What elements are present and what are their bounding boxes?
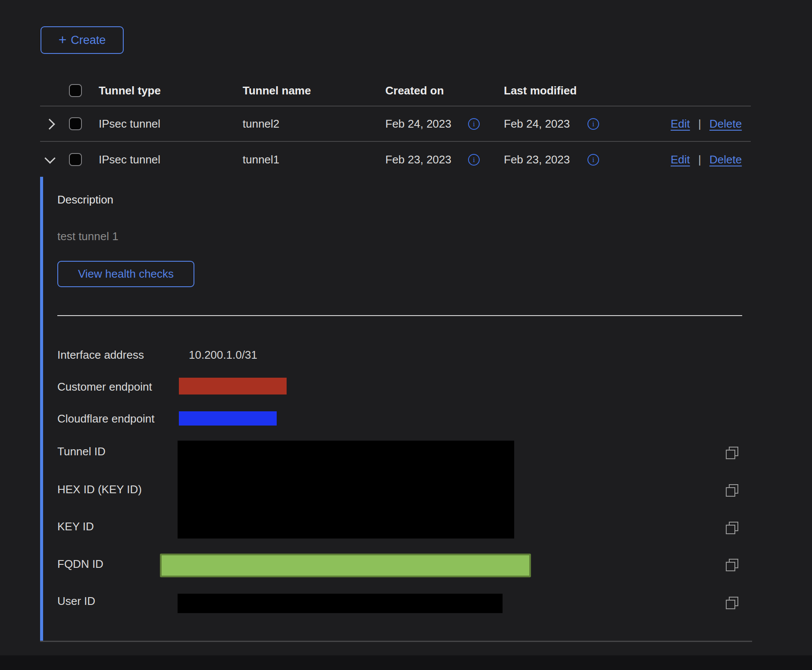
info-icon[interactable]: i <box>587 118 599 130</box>
view-health-checks-button[interactable]: View health checks <box>57 261 194 287</box>
expanded-row-accent-rail <box>40 177 43 641</box>
copy-icon-front-square <box>726 600 735 609</box>
detail-divider <box>57 315 742 316</box>
interface-address-label: Interface address <box>57 348 144 362</box>
edit-link[interactable]: Edit <box>671 153 690 166</box>
copy-icon-front-square <box>726 487 735 497</box>
tunnel-id-label: Tunnel ID <box>57 445 106 458</box>
bottom-edge-strip <box>0 655 812 670</box>
create-button[interactable]: + Create <box>41 26 124 54</box>
copy-icon-front-square <box>726 450 735 459</box>
fqdn-id-label: FQDN ID <box>57 557 103 571</box>
column-header-tunnel-name: Tunnel name <box>243 84 311 97</box>
fqdn-id-redacted-value <box>160 554 531 577</box>
copy-icon-front-square <box>726 525 735 534</box>
hex-id-label: HEX ID (KEY ID) <box>57 482 142 496</box>
collapse-row-chevron-down-icon[interactable] <box>44 153 55 163</box>
user-id-redacted-value <box>178 594 503 613</box>
delete-link[interactable]: Delete <box>709 153 742 166</box>
interface-address-value: 10.200.1.0/31 <box>189 348 257 362</box>
create-button-label: Create <box>71 34 106 47</box>
select-all-checkbox[interactable] <box>69 84 82 97</box>
row-last-modified: Feb 24, 2023 <box>504 117 570 131</box>
action-separator: | <box>698 153 701 166</box>
cloudflare-endpoint-label: Cloudflare endpoint <box>57 412 155 426</box>
copy-icon[interactable] <box>726 447 738 459</box>
expanded-panel-bottom-divider <box>40 641 752 642</box>
row-divider <box>40 141 751 142</box>
row-tunnel-type: IPsec tunnel <box>99 117 160 131</box>
row-created-on: Feb 23, 2023 <box>385 153 451 166</box>
header-divider <box>40 106 751 106</box>
description-value: test tunnel 1 <box>57 229 119 243</box>
key-id-label: KEY ID <box>57 520 94 533</box>
row-checkbox[interactable] <box>69 117 82 130</box>
description-label: Description <box>57 193 113 207</box>
row-created-on: Feb 24, 2023 <box>385 117 451 131</box>
edit-link[interactable]: Edit <box>671 117 690 131</box>
info-icon[interactable]: i <box>468 118 480 130</box>
info-icon[interactable]: i <box>468 154 480 166</box>
row-checkbox[interactable] <box>69 153 82 166</box>
copy-icon[interactable] <box>726 597 738 609</box>
plus-icon: + <box>59 33 67 47</box>
row-tunnel-type: IPsec tunnel <box>99 153 160 166</box>
copy-icon-front-square <box>726 562 735 571</box>
copy-icon[interactable] <box>726 484 738 497</box>
tunnels-page: + Create Tunnel type Tunnel name Created… <box>0 0 812 670</box>
copy-icon[interactable] <box>726 559 738 571</box>
action-separator: | <box>698 117 701 131</box>
column-header-tunnel-type: Tunnel type <box>99 84 161 97</box>
customer-endpoint-redacted-value <box>179 378 287 394</box>
view-health-checks-label: View health checks <box>78 267 174 281</box>
customer-endpoint-label: Customer endpoint <box>57 380 152 394</box>
column-header-created-on: Created on <box>385 84 444 97</box>
user-id-label: User ID <box>57 594 95 608</box>
copy-icon[interactable] <box>726 522 738 534</box>
info-icon[interactable]: i <box>587 154 599 166</box>
delete-link[interactable]: Delete <box>709 117 742 131</box>
expand-row-chevron-right-icon[interactable] <box>44 119 55 129</box>
column-header-last-modified: Last modified <box>504 84 577 97</box>
row-tunnel-name: tunnel1 <box>243 153 279 166</box>
ids-redacted-value-block <box>178 441 514 539</box>
cloudflare-endpoint-redacted-value <box>179 411 277 426</box>
row-tunnel-name: tunnel2 <box>243 117 279 131</box>
row-last-modified: Feb 23, 2023 <box>504 153 570 166</box>
